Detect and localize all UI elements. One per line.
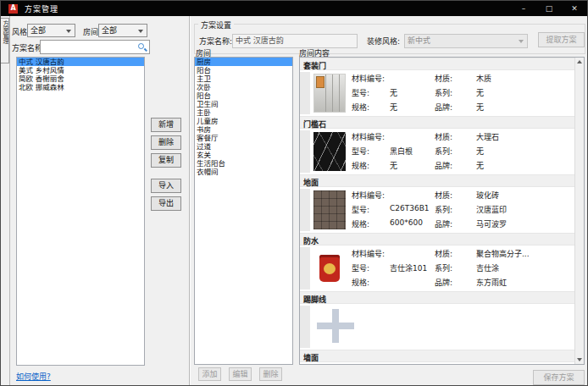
field-label: 系列: bbox=[435, 87, 452, 98]
list-item[interactable]: 过道 bbox=[195, 142, 292, 151]
field-value: 无 bbox=[476, 102, 484, 113]
list-item-label: 厨房 bbox=[197, 58, 211, 66]
room-filter-dropdown[interactable]: 全部 bbox=[98, 24, 147, 37]
list-item[interactable]: 客餐厅 bbox=[195, 134, 292, 142]
field-row: 型号: 无 系列: 无 bbox=[352, 87, 571, 102]
field-label: 型号: bbox=[352, 204, 369, 215]
field-value: 聚合物高分子... bbox=[476, 248, 530, 259]
list-item[interactable]: 衣帽间 bbox=[195, 168, 292, 176]
list-item[interactable]: 阳台 bbox=[195, 66, 292, 74]
list-item[interactable]: 卫生间 bbox=[195, 100, 292, 108]
list-item-label: 玄关 bbox=[197, 151, 211, 159]
list-item[interactable]: 简欧 香榭丽舍 bbox=[17, 74, 144, 83]
list-item[interactable]: 北欧 挪威森林 bbox=[17, 83, 144, 91]
material-sections: 套装门 材料编号: 材质: 木质 型号: 无 系列: 无 规格: 无 品牌: 无… bbox=[300, 58, 574, 365]
list-item[interactable]: 厨房 bbox=[195, 58, 292, 66]
field-label: 材料编号: bbox=[352, 190, 385, 201]
material-section-title: 墙面 bbox=[303, 354, 319, 362]
field-value: 600*600 bbox=[390, 218, 423, 227]
side-tab[interactable]: 方案管理 bbox=[1, 18, 9, 63]
list-item[interactable]: 次卧 bbox=[195, 83, 292, 91]
field-value: 无 bbox=[476, 160, 484, 171]
list-item-label: 儿童房 bbox=[197, 117, 219, 125]
add-material-icon[interactable] bbox=[312, 307, 359, 345]
field-row: 材料编号: 材质: 玻化砖 bbox=[352, 190, 571, 204]
list-item-label: 主卫 bbox=[197, 74, 211, 83]
list-item[interactable]: 主卧 bbox=[195, 108, 292, 117]
list-item[interactable]: 中式 汉唐古韵 bbox=[17, 58, 144, 66]
field-value: 无 bbox=[476, 87, 484, 98]
help-link[interactable]: 如何使用? bbox=[16, 371, 51, 382]
list-item[interactable]: 主卫 bbox=[195, 74, 292, 83]
field-value: 无 bbox=[390, 102, 397, 113]
field-value: 吉仕涂101 bbox=[390, 262, 427, 273]
material-row[interactable]: 材料编号: 材质: 玻化砖 型号: C26T36B1 系列: 汉唐蓝印 规格: … bbox=[300, 187, 574, 233]
scheme-name-search-input[interactable] bbox=[40, 40, 150, 54]
material-section-header: 墙面 bbox=[300, 350, 574, 362]
scheme-list[interactable]: 中式 汉唐古韵 美式 乡村风情 简欧 香榭丽舍 北欧 挪威森林 bbox=[16, 57, 145, 366]
field-row: 规格: 无 品牌: 无 bbox=[352, 102, 571, 116]
import-button[interactable]: 导入 bbox=[151, 179, 181, 193]
maximize-button[interactable]: □ bbox=[536, 1, 562, 16]
field-value: 黑白根 bbox=[390, 146, 413, 157]
chevron-down-icon bbox=[138, 30, 143, 33]
room-filter-label: 房间 bbox=[83, 26, 98, 37]
field-value: 马可波罗 bbox=[476, 218, 507, 229]
field-label: 系列: bbox=[435, 204, 452, 215]
field-value: C26T36B1 bbox=[390, 204, 430, 212]
list-item[interactable]: 书房 bbox=[195, 125, 292, 134]
material-section-header: 踢脚线 bbox=[300, 291, 574, 304]
material-row[interactable] bbox=[300, 304, 574, 350]
material-fields: 材料编号: 材质: 大理石 型号: 黑白根 系列: 无 规格: 无 品牌: 无 bbox=[352, 131, 571, 174]
scheme-name-label: 方案名称 bbox=[12, 42, 42, 53]
field-label: 规格: bbox=[352, 218, 369, 229]
scroll-up-icon[interactable] bbox=[575, 58, 585, 67]
list-item[interactable]: 玄关 bbox=[195, 151, 292, 159]
chevron-down-icon bbox=[66, 30, 71, 33]
field-row: 型号: 黑白根 系列: 无 bbox=[352, 146, 571, 160]
list-item[interactable]: 阳台 bbox=[195, 91, 292, 100]
search-button[interactable] bbox=[136, 41, 148, 52]
material-row[interactable]: 材料编号: 材质: 玻化砖 bbox=[300, 362, 574, 365]
row-strip bbox=[300, 130, 310, 173]
material-thumbnail bbox=[313, 190, 346, 229]
material-thumbnail bbox=[313, 74, 346, 113]
material-row[interactable]: 材料编号: 材质: 聚合物高分子... 型号: 吉仕涂101 系列: 吉仕涂 规… bbox=[300, 245, 574, 291]
list-item-label: 次卧 bbox=[197, 83, 211, 91]
list-item[interactable]: 美式 乡村风情 bbox=[17, 66, 144, 74]
style-filter-label: 风格 bbox=[12, 26, 27, 37]
minimize-button[interactable]: – bbox=[511, 1, 536, 16]
field-label: 材质: bbox=[435, 190, 452, 201]
material-row[interactable]: 材料编号: 材质: 木质 型号: 无 系列: 无 规格: 无 品牌: 无 bbox=[300, 70, 574, 116]
field-value: 无 bbox=[476, 146, 484, 157]
material-section: 踢脚线 bbox=[300, 291, 574, 350]
list-item-label: 过道 bbox=[197, 142, 211, 151]
settings-name-value: 中式 汉唐古韵 bbox=[236, 36, 284, 45]
export-button[interactable]: 导出 bbox=[151, 196, 181, 211]
field-label: 系列: bbox=[435, 146, 452, 157]
field-value: 无 bbox=[390, 87, 397, 98]
material-section-header: 门槛石 bbox=[300, 116, 574, 129]
scroll-down-icon[interactable] bbox=[575, 355, 585, 364]
scrollbar[interactable] bbox=[574, 58, 584, 364]
scheme-settings-group: 方案设置 方案名称: 中式 汉唐古韵 装修风格: 新中式 提取方案 bbox=[194, 24, 585, 54]
field-row: 型号: C26T36B1 系列: 汉唐蓝印 bbox=[352, 204, 571, 218]
settings-name-input[interactable]: 中式 汉唐古韵 bbox=[232, 34, 358, 48]
material-section-title: 踢脚线 bbox=[303, 295, 326, 304]
field-row: 材料编号: 材质: 聚合物高分子... bbox=[352, 248, 571, 262]
close-button[interactable]: ✕ bbox=[562, 1, 587, 16]
field-value: 无 bbox=[390, 160, 397, 171]
material-section-title: 门槛石 bbox=[303, 120, 326, 129]
field-label: 规格: bbox=[352, 160, 369, 171]
add-scheme-button[interactable]: 新增 bbox=[151, 118, 181, 132]
title-bar[interactable]: A 方案管理 – □ ✕ bbox=[1, 1, 587, 16]
list-item[interactable]: 生活阳台 bbox=[195, 159, 292, 168]
list-item-label: 生活阳台 bbox=[197, 159, 225, 168]
material-section: 墙面 材料编号: 材质: 玻化砖 bbox=[300, 350, 574, 365]
copy-scheme-button[interactable]: 复制 bbox=[151, 153, 181, 168]
list-item[interactable]: 儿童房 bbox=[195, 117, 292, 125]
delete-scheme-button[interactable]: 删除 bbox=[151, 135, 181, 150]
material-row[interactable]: 材料编号: 材质: 大理石 型号: 黑白根 系列: 无 规格: 无 品牌: 无 bbox=[300, 129, 574, 174]
room-list[interactable]: 厨房 阳台 主卫 次卧 阳台 卫生间 主卧 儿童房 书房 客餐厅 过道 玄关 生… bbox=[194, 57, 293, 365]
style-filter-dropdown[interactable]: 全部 bbox=[27, 24, 75, 37]
